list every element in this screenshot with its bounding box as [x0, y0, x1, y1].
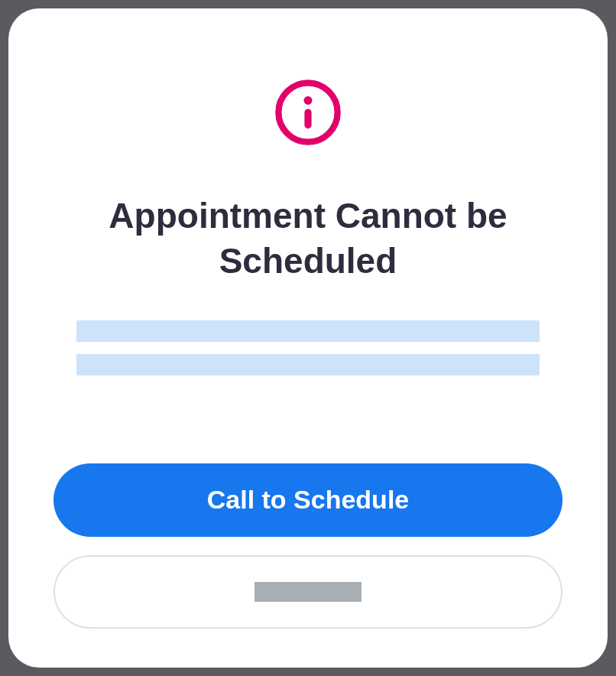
placeholder-line: [76, 354, 540, 375]
secondary-button-placeholder: [255, 582, 361, 602]
svg-rect-2: [304, 109, 311, 128]
placeholder-line: [76, 320, 540, 342]
icon-container: [273, 77, 343, 151]
dialog-title: Appointment Cannot be Scheduled: [79, 193, 537, 284]
dialog-card: Appointment Cannot be Scheduled Call to …: [8, 8, 608, 668]
call-to-schedule-button[interactable]: Call to Schedule: [53, 463, 563, 537]
secondary-button[interactable]: [53, 555, 563, 629]
dialog-description-placeholder: [76, 320, 540, 375]
info-icon: [273, 77, 343, 151]
svg-point-1: [303, 96, 312, 105]
